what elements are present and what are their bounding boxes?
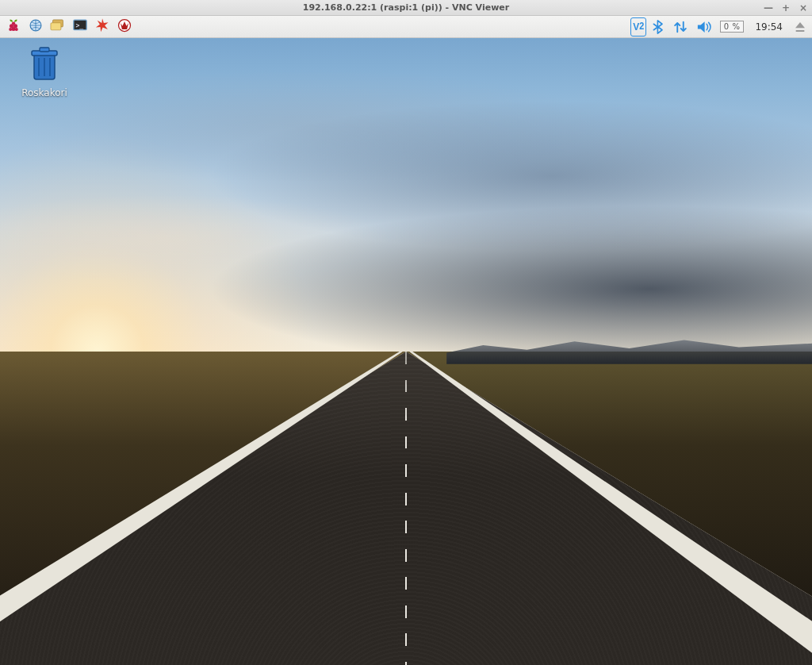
- vnc-server-tray[interactable]: V2: [630, 17, 646, 37]
- taskbar: >_ V2: [0, 16, 812, 38]
- cpu-usage-value: 0 %: [720, 21, 745, 33]
- eject-tray[interactable]: [791, 17, 809, 37]
- remote-desktop[interactable]: Roskakori: [0, 38, 812, 665]
- trash-desktop-icon[interactable]: Roskakori: [16, 46, 73, 98]
- svg-point-3: [9, 28, 12, 31]
- vnc-titlebar[interactable]: 192.168.0.22:1 (raspi:1 (pi)) - VNC View…: [0, 0, 812, 16]
- vnc-icon: V2: [633, 21, 644, 33]
- eject-icon: [794, 21, 806, 33]
- menu-button[interactable]: [3, 17, 24, 37]
- svg-point-4: [15, 28, 18, 31]
- folders-icon: [49, 17, 67, 36]
- trash-icon: [28, 46, 61, 85]
- window-title: 192.168.0.22:1 (raspi:1 (pi)) - VNC View…: [303, 2, 509, 13]
- window-controls: — + ×: [763, 0, 809, 16]
- trash-label: Roskakori: [16, 87, 73, 98]
- globe-icon: [28, 17, 44, 36]
- terminal-launcher[interactable]: >_: [70, 17, 90, 37]
- svg-point-5: [12, 21, 15, 25]
- clock-time: 19:54: [752, 21, 786, 33]
- wolfram-launcher[interactable]: [114, 17, 135, 37]
- wolf-icon: [117, 17, 132, 36]
- minimize-button[interactable]: —: [763, 2, 774, 13]
- bluetooth-tray[interactable]: [649, 17, 667, 37]
- system-tray: V2 0 % 19:54: [630, 17, 809, 37]
- browser-launcher[interactable]: [25, 17, 46, 37]
- network-tray[interactable]: [670, 17, 691, 37]
- launcher-area: >_: [3, 17, 135, 37]
- close-button[interactable]: ×: [798, 2, 809, 13]
- bluetooth-icon: [652, 19, 665, 35]
- network-updown-icon: [672, 19, 688, 35]
- wallpaper-road-centerline: [405, 352, 407, 665]
- svg-rect-15: [40, 48, 49, 52]
- svg-marker-11: [96, 18, 109, 32]
- spiky-star-icon: [94, 17, 110, 36]
- terminal-icon: >_: [72, 17, 88, 36]
- svg-point-2: [12, 27, 16, 31]
- mathematica-launcher[interactable]: [92, 17, 113, 37]
- speaker-icon: [696, 20, 712, 34]
- raspberry-icon: [6, 17, 21, 36]
- file-manager-launcher[interactable]: [48, 17, 68, 37]
- maximize-button[interactable]: +: [780, 2, 791, 13]
- cpu-monitor[interactable]: 0 %: [718, 17, 747, 37]
- clock-tray[interactable]: 19:54: [749, 17, 788, 37]
- svg-rect-8: [51, 23, 61, 30]
- volume-tray[interactable]: [694, 17, 714, 37]
- svg-text:>_: >_: [75, 21, 83, 29]
